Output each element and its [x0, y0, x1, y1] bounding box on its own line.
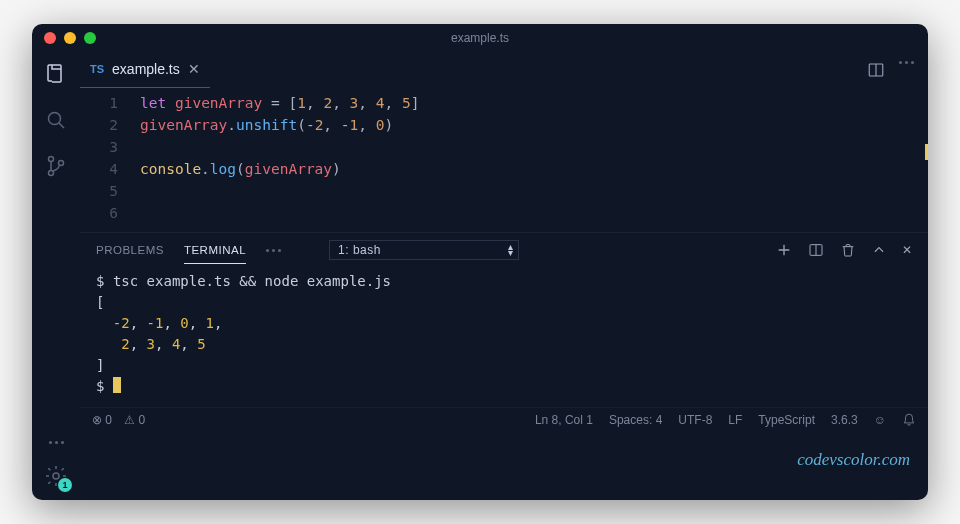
status-language[interactable]: TypeScript [758, 413, 815, 427]
feedback-icon[interactable]: ☺ [874, 413, 886, 427]
editor-window: example.ts 1 [32, 24, 928, 500]
panel-more-icon[interactable] [266, 249, 281, 252]
settings-gear-icon[interactable]: 1 [44, 464, 68, 488]
terminal-body[interactable]: $ tsc example.ts && node example.js [ -2… [80, 267, 928, 407]
terminal-select[interactable]: 1: bash ▴▾ [329, 240, 519, 260]
kill-terminal-icon[interactable] [840, 242, 856, 258]
window-close[interactable] [44, 32, 56, 44]
split-editor-icon[interactable] [867, 61, 885, 79]
tab-example-ts[interactable]: TS example.ts ✕ [80, 52, 210, 88]
terminal-line: 2, 3, 4, 5 [96, 334, 912, 355]
code-area[interactable]: let givenArray = [1, 2, 3, 4, 5]givenArr… [140, 92, 928, 224]
editor-main: TS example.ts ✕ 123456 let givenArray = … [80, 52, 928, 500]
terminal-line: [ [96, 292, 912, 313]
status-spaces[interactable]: Spaces: 4 [609, 413, 662, 427]
status-version[interactable]: 3.6.3 [831, 413, 858, 427]
notifications-icon[interactable] [902, 413, 916, 427]
status-encoding[interactable]: UTF-8 [678, 413, 712, 427]
watermark: codevscolor.com [797, 450, 910, 470]
svg-point-1 [49, 157, 54, 162]
main-body: 1 TS example.ts ✕ [32, 52, 928, 500]
terminal-line: ] [96, 355, 912, 376]
svg-point-0 [49, 113, 61, 125]
source-control-icon[interactable] [44, 154, 68, 178]
terminal-line: $ tsc example.ts && node example.js [96, 271, 912, 292]
minimap[interactable] [868, 92, 924, 152]
ts-badge-icon: TS [90, 63, 104, 75]
editor-actions [867, 61, 928, 79]
window-minimize[interactable] [64, 32, 76, 44]
select-caret-icon: ▴▾ [508, 244, 514, 256]
svg-point-2 [49, 171, 54, 176]
minimap-marker [925, 144, 928, 160]
terminal-line: $ [96, 376, 912, 397]
split-terminal-icon[interactable] [808, 242, 824, 258]
svg-point-4 [53, 473, 59, 479]
status-eol[interactable]: LF [728, 413, 742, 427]
tab-close-icon[interactable]: ✕ [188, 61, 200, 77]
panel-header: PROBLEMS TERMINAL 1: bash ▴▾ ✕ [80, 233, 928, 267]
traffic-lights [44, 32, 96, 44]
settings-badge: 1 [58, 478, 72, 492]
status-warnings[interactable]: ⚠ 0 [124, 413, 145, 427]
more-actions-icon[interactable] [899, 61, 914, 79]
new-terminal-icon[interactable] [776, 242, 792, 258]
activity-bar: 1 [32, 52, 80, 500]
line-gutter: 123456 [80, 92, 140, 224]
more-icon[interactable] [49, 441, 64, 444]
editor-tabs: TS example.ts ✕ [80, 52, 928, 88]
svg-point-3 [59, 161, 64, 166]
bottom-panel: PROBLEMS TERMINAL 1: bash ▴▾ ✕ [80, 232, 928, 407]
status-ln-col[interactable]: Ln 8, Col 1 [535, 413, 593, 427]
terminal-select-value: 1: bash [329, 240, 519, 260]
terminal-line: -2, -1, 0, 1, [96, 313, 912, 334]
code-editor[interactable]: 123456 let givenArray = [1, 2, 3, 4, 5]g… [80, 88, 928, 232]
terminal-cursor [113, 377, 121, 393]
tab-filename: example.ts [112, 61, 180, 77]
titlebar: example.ts [32, 24, 928, 52]
search-icon[interactable] [44, 108, 68, 132]
close-panel-icon[interactable]: ✕ [902, 243, 913, 257]
status-bar: ⊗ 0 ⚠ 0 Ln 8, Col 1 Spaces: 4 UTF-8 LF T… [80, 407, 928, 431]
panel-actions: ✕ [776, 242, 913, 258]
explorer-icon[interactable] [44, 62, 68, 86]
panel-tab-problems[interactable]: PROBLEMS [96, 244, 164, 256]
panel-tab-terminal[interactable]: TERMINAL [184, 244, 246, 264]
status-errors[interactable]: ⊗ 0 [92, 413, 112, 427]
maximize-panel-icon[interactable] [872, 243, 886, 257]
window-title: example.ts [451, 31, 509, 45]
window-maximize[interactable] [84, 32, 96, 44]
